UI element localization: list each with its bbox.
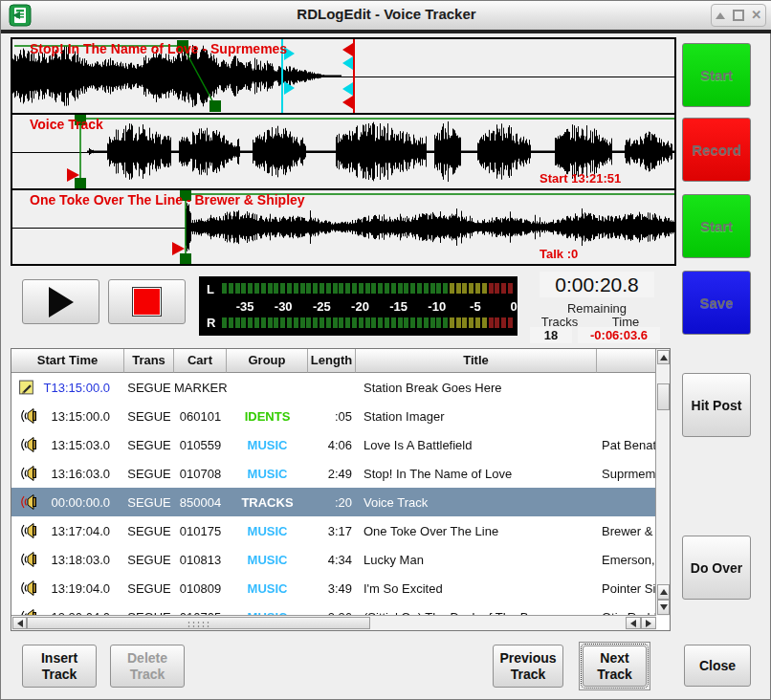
segue-marker-icon[interactable] [284,81,295,95]
stop-button[interactable] [108,279,186,324]
log-row[interactable]: T13:15:00.0SEGUEMARKERStation Break Goes… [11,373,655,402]
cell-trans: SEGUE [124,381,174,395]
header-group[interactable]: Group [227,349,308,373]
log-row[interactable]: 13:20:04.0SEGUE010705MUSIC3:36(Sittin' O… [11,602,655,615]
playhead-marker-icon[interactable] [172,242,185,255]
scroll-up-icon[interactable] [657,350,670,364]
cell-length: 4:34 [308,553,356,567]
meter-right-segments [222,317,515,328]
log-row[interactable]: 13:15:00.0SEGUE060101IDENTS:05Station Im… [11,402,655,430]
log-row[interactable]: 13:19:04.0SEGUE010809MUSIC3:49I'm So Exc… [11,574,655,602]
fade-handle[interactable] [209,100,221,112]
cell-trans: SEGUE [124,581,174,596]
horizontal-scroll-thumb[interactable] [27,617,370,629]
vertical-scroll-thumb[interactable] [657,383,670,410]
meter-segment [345,283,350,294]
start-handle[interactable] [180,253,191,264]
meter-scale-label: -30 [275,299,293,314]
meter-segment [300,317,305,328]
start-button-1[interactable]: Start [682,43,751,107]
meter-segment [345,317,350,328]
shade-window-icon[interactable] [714,9,727,22]
end-marker-icon[interactable] [342,96,353,109]
end-rule[interactable] [353,39,355,113]
meter-segment [241,317,246,328]
cell-title: I'm So Excited [356,581,597,596]
meter-scale-label: -15 [389,299,408,314]
cell-cart: 850004 [174,495,227,510]
scroll-up-icon[interactable] [657,584,670,600]
meter-segment [268,283,273,294]
vertical-scrollbar[interactable] [655,349,670,616]
track-1-title: Stop! In The Name of Love - Suprmemes [30,41,287,56]
header-start-time[interactable]: Start Time [11,349,124,373]
meter-scale: -35-30-25-20-15-10-50 [222,299,515,314]
log-header-row: Start Time Trans Cart Group Length Title [11,349,670,373]
header-length[interactable]: Length [308,349,356,373]
cell-group: MUSIC [227,524,308,538]
waveform-track-previous: Stop! In The Name of Love - Suprmemes [12,39,674,113]
cell-title: Stop! In The Name of Love [356,467,597,481]
log-row[interactable]: 13:18:03.0SEGUE010813MUSIC4:34Lucky ManE… [11,545,655,574]
meter-segment [241,283,246,294]
meter-segment [222,283,227,294]
meter-scale-label: -35 [236,299,254,314]
meter-segment [469,317,474,328]
elapsed-time: 0:00:20.8 [540,272,654,297]
meter-segment [235,317,240,328]
cell-start-time: 13:15:03.0 [37,438,124,452]
meter-segment [385,317,389,328]
cell-length: 3:49 [308,581,356,596]
scroll-right-icon[interactable] [641,617,656,629]
end-marker-icon[interactable] [342,43,353,56]
waveform-track-next: One Toke Over The Line - Brewer & Shiple… [12,188,674,264]
next-track-button[interactable]: Next Track [583,645,647,687]
transport-bar: L -35-30-25-20-15-10-50 R 0:00:20.8 Rema… [11,271,676,347]
cell-group: MUSIC [227,581,308,596]
header-trans[interactable]: Trans [124,349,174,373]
do-over-button[interactable]: Do Over [682,536,751,600]
meter-segment [248,283,253,294]
maximize-window-icon[interactable] [732,9,745,22]
scroll-down-icon[interactable] [657,600,670,615]
header-cart[interactable]: Cart [174,349,227,373]
segue-end-marker-icon[interactable] [342,56,353,70]
audio-meter: L -35-30-25-20-15-10-50 R [199,276,518,336]
close-window-icon[interactable]: ✕ [750,9,763,22]
start-button-2[interactable]: Start [682,194,751,258]
record-button[interactable]: Record [682,118,751,182]
close-button[interactable]: Close [684,645,751,687]
log-row[interactable]: 13:15:03.0SEGUE010559MUSIC4:06Love Is A … [11,430,655,459]
cell-start-time: 13:17:04.0 [37,524,124,538]
meter-segment [424,283,429,294]
log-row[interactable]: 13:17:04.0SEGUE010175MUSIC3:17One Toke O… [11,516,655,545]
meter-segment [443,283,448,294]
hit-post-button[interactable]: Hit Post [682,373,751,437]
save-button[interactable]: Save [682,271,751,335]
speaker-icon [18,580,37,597]
meter-segment [371,317,376,328]
cell-trans: SEGUE [124,467,174,481]
meter-segment [450,317,454,328]
cell-trans: SEGUE [124,524,174,538]
cell-start-time: T13:15:00.0 [37,381,124,395]
meter-segment [359,283,363,294]
cell-group: MUSIC [227,467,308,481]
meter-segment [456,283,461,294]
meter-segment [398,283,403,294]
meter-segment [495,283,499,294]
start-handle[interactable] [75,178,86,188]
log-row[interactable]: 13:16:03.0SEGUE010708MUSIC2:49Stop! In T… [11,459,655,488]
scroll-left-icon[interactable] [12,617,27,629]
insert-track-button[interactable]: Insert Track [22,645,97,688]
play-button[interactable] [22,279,99,324]
previous-track-button[interactable]: Previous Track [493,645,563,688]
meter-segment [436,283,441,294]
cell-group: IDENTS [227,409,308,424]
header-title[interactable]: Title [356,349,597,373]
log-row[interactable]: 00:00:00.0SEGUE850004TRACKS:20Voice Trac… [11,488,655,516]
segue-end-marker-icon[interactable] [342,82,353,96]
horizontal-scrollbar[interactable] [11,615,656,630]
scroll-left-icon[interactable] [626,617,641,629]
meter-segment [489,317,494,328]
